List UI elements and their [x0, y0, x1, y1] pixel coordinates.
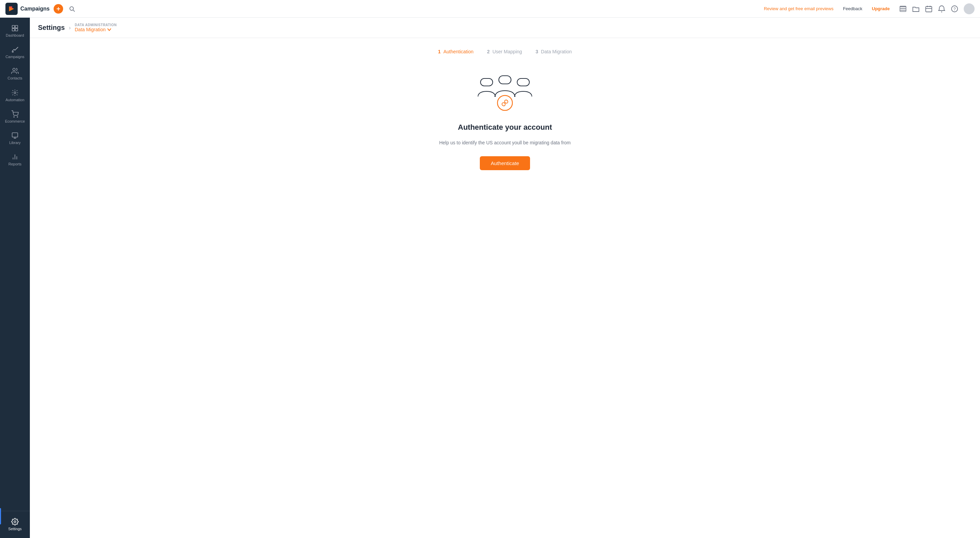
auth-content: Authenticate your account Help us to ide…: [403, 71, 607, 170]
svg-rect-29: [499, 76, 511, 84]
sidebar-label-library: Library: [9, 140, 21, 145]
svg-point-22: [13, 68, 15, 71]
svg-point-4: [70, 6, 74, 10]
breadcrumb-category: DATA ADMINISTRATION: [75, 23, 117, 27]
chevron-down-icon: [107, 27, 111, 32]
promo-link[interactable]: Review and get free email previews: [764, 6, 834, 11]
folder-icon[interactable]: [912, 5, 920, 13]
app-name: Campaigns: [21, 6, 49, 12]
sidebar-item-dashboard[interactable]: Dashboard: [2, 21, 29, 41]
sidebar-item-campaigns[interactable]: Campaigns: [2, 43, 29, 62]
breadcrumb-current[interactable]: Data Migration: [75, 27, 117, 32]
logo-area: Campaigns: [5, 3, 49, 15]
svg-rect-30: [517, 78, 529, 86]
sidebar-label-contacts: Contacts: [8, 76, 22, 80]
svg-rect-10: [926, 6, 932, 12]
svg-rect-17: [12, 26, 14, 28]
main-layout: Dashboard Campaigns Contacts Automation: [0, 18, 980, 538]
step-3-label: Data Migration: [541, 49, 572, 54]
auth-title: Authenticate your account: [458, 123, 552, 132]
main-content: 1 Authentication 2 User Mapping 3 Data M…: [30, 38, 980, 538]
step-2: 2 User Mapping: [487, 49, 522, 54]
upgrade-button[interactable]: Upgrade: [872, 6, 890, 11]
sidebar: Dashboard Campaigns Contacts Automation: [0, 18, 30, 538]
step-1: 1 Authentication: [438, 49, 474, 54]
list-icon[interactable]: [899, 5, 907, 13]
sidebar-item-automation[interactable]: Automation: [2, 86, 29, 105]
svg-point-23: [14, 92, 16, 94]
auth-subtitle: Help us to identify the US account youll…: [439, 140, 571, 145]
sidebar-label-automation: Automation: [5, 98, 24, 102]
step-1-number: 1: [438, 49, 441, 54]
top-header: Campaigns Review and get free email prev…: [0, 0, 980, 18]
sidebar-item-library[interactable]: Library: [2, 128, 29, 148]
auth-icon: [478, 71, 532, 115]
header-icons: ?: [899, 3, 975, 14]
sidebar-item-ecommerce[interactable]: Ecommerce: [2, 107, 29, 127]
sidebar-item-reports[interactable]: Reports: [2, 150, 29, 170]
bell-icon[interactable]: [938, 5, 945, 13]
page-title: Settings: [38, 24, 65, 32]
sidebar-item-contacts[interactable]: Contacts: [2, 64, 29, 84]
svg-rect-28: [480, 78, 493, 86]
sidebar-label-settings: Settings: [8, 527, 22, 531]
content-area: Settings › DATA ADMINISTRATION Data Migr…: [30, 18, 980, 538]
steps-bar: 1 Authentication 2 User Mapping 3 Data M…: [438, 49, 572, 54]
sidebar-label-ecommerce: Ecommerce: [5, 119, 25, 124]
step-2-number: 2: [487, 49, 490, 54]
authenticate-button[interactable]: Authenticate: [480, 156, 530, 170]
step-1-label: Authentication: [444, 49, 474, 54]
step-2-label: User Mapping: [492, 49, 522, 54]
sidebar-label-dashboard: Dashboard: [6, 33, 24, 38]
breadcrumb-chevron-icon: ›: [69, 25, 71, 31]
svg-point-25: [17, 117, 18, 117]
feedback-link[interactable]: Feedback: [843, 6, 862, 11]
svg-text:?: ?: [953, 7, 956, 11]
svg-line-5: [73, 10, 75, 11]
logo-icon: [5, 3, 18, 15]
breadcrumb-section: DATA ADMINISTRATION Data Migration: [75, 23, 117, 32]
svg-rect-18: [15, 26, 18, 28]
help-icon[interactable]: ?: [951, 5, 958, 13]
add-button[interactable]: [54, 4, 63, 14]
avatar[interactable]: [964, 3, 975, 14]
sidebar-label-reports: Reports: [8, 162, 22, 166]
page-header: Settings › DATA ADMINISTRATION Data Migr…: [30, 18, 980, 38]
sidebar-bottom: Settings: [0, 511, 30, 538]
svg-rect-20: [15, 29, 18, 31]
svg-point-24: [14, 117, 14, 117]
breadcrumb-current-label: Data Migration: [75, 27, 105, 32]
calendar-icon[interactable]: [925, 5, 932, 13]
step-3-number: 3: [536, 49, 538, 54]
svg-point-27: [14, 521, 16, 523]
svg-rect-19: [12, 29, 14, 31]
active-indicator: [0, 508, 1, 524]
sidebar-item-settings[interactable]: Settings: [2, 514, 29, 535]
svg-rect-26: [12, 133, 18, 137]
search-button[interactable]: [67, 4, 77, 14]
step-3: 3 Data Migration: [536, 49, 572, 54]
sidebar-label-campaigns: Campaigns: [5, 55, 24, 59]
svg-point-21: [12, 51, 14, 53]
